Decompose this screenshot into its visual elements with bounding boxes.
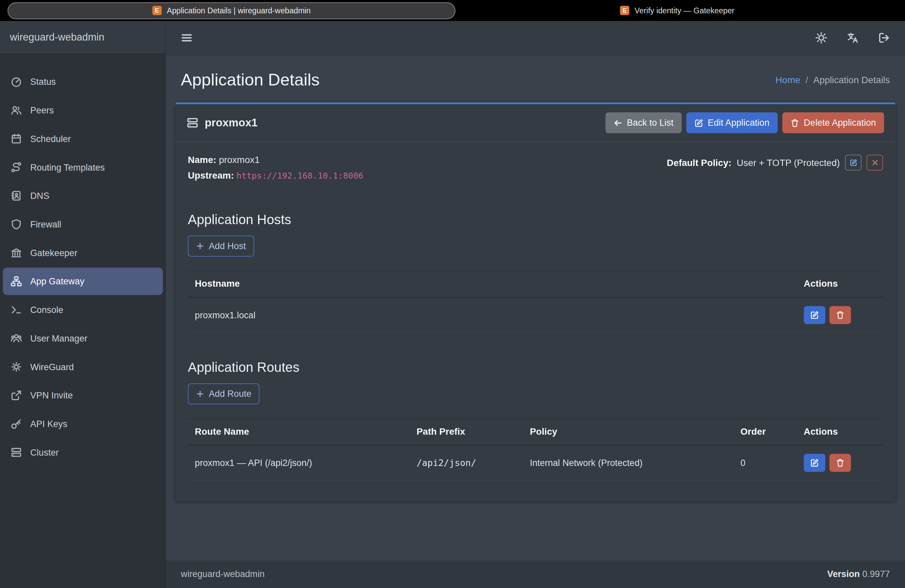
footer-brand: wireguard-webadmin [181,569,265,579]
breadcrumb: Home / Application Details [775,75,890,85]
edit-host-button[interactable] [803,306,825,324]
host-row: proxmox1.local [188,297,883,332]
default-policy-label: Default Policy: [667,157,732,168]
terminal-icon [10,304,22,315]
add-host-button[interactable]: Add Host [188,236,254,257]
route-prefix: /api2/json/ [410,445,523,480]
edit-route-button[interactable] [803,454,825,472]
language-button[interactable] [847,32,859,43]
sidebar-item-app-gateway[interactable]: App Gateway [3,268,163,295]
routes-section-title: Application Routes [188,359,883,375]
main-area: Application Details Home / Application D… [166,21,905,588]
sidebar-item-label: API Keys [30,419,67,429]
hosts-table: Hostname Actions proxmox1.local [188,270,883,332]
application-info: Name: proxmox1 Upstream: https://192.168… [188,155,364,186]
sidebar-item-routing-templates[interactable]: Routing Templates [3,154,163,181]
background-tab-title: Verify identity — Gatekeeper [635,6,735,14]
edit-application-button[interactable]: Edit Application [686,113,778,133]
breadcrumb-home-link[interactable]: Home [775,75,800,85]
routes-col-prefix: Path Prefix [410,419,523,445]
sidebar: wireguard-webadmin Status Peers Schedule… [0,21,166,588]
theme-toggle-button[interactable] [816,32,827,43]
screen: E Application Details | wireguard-webadm… [0,0,905,588]
logout-icon [878,32,890,43]
routes-col-actions: Actions [797,419,883,445]
page-title: Application Details [181,70,319,90]
footer-version: Version 0.9977 [827,569,890,579]
trash-icon [836,311,845,319]
plus-icon [196,390,204,398]
sidebar-item-peers[interactable]: Peers [3,97,163,124]
sidebar-item-label: Console [30,305,63,315]
card-title: proxmox1 [187,116,258,129]
footer-version-value: 0.9977 [862,569,890,579]
add-host-label: Add Host [209,241,246,251]
sidebar-item-user-manager[interactable]: User Manager [3,324,163,352]
sitemap-icon [10,276,22,287]
add-route-button[interactable]: Add Route [188,383,260,404]
sidebar-item-label: Status [30,76,56,87]
edit-policy-button[interactable] [845,155,861,170]
delete-application-button[interactable]: Delete Application [782,113,884,133]
sun-icon [816,32,827,43]
bank-icon [10,247,22,258]
route-row: proxmox1 — API (/api2/json/) /api2/json/… [188,445,883,480]
breadcrumb-separator: / [806,75,808,85]
application-name: proxmox1 [205,116,258,129]
route-order: 0 [734,445,797,480]
browser-tab-strip: E Application Details | wireguard-webadm… [0,0,905,21]
calendar-icon [10,133,22,145]
favicon-icon: E [152,6,162,15]
sidebar-item-label: Routing Templates [30,162,105,172]
edit-application-label: Edit Application [708,118,769,128]
sidebar-item-label: DNS [30,191,49,201]
browser-tab-active[interactable]: E Application Details | wireguard-webadm… [8,2,456,19]
pencil-square-icon [810,311,819,319]
page-content: Application Details Home / Application D… [166,54,905,560]
pencil-square-icon [810,459,819,467]
clear-policy-button[interactable] [867,155,883,170]
gauge-icon [10,76,22,87]
sidebar-nav: Status Peers Scheduler Routing Templates [0,54,166,480]
routes-col-policy: Policy [523,419,734,445]
sidebar-item-api-keys[interactable]: API Keys [3,410,163,437]
delete-route-button[interactable] [829,454,851,472]
breadcrumb-current: Application Details [813,75,890,85]
translate-icon [847,32,859,43]
sidebar-item-scheduler[interactable]: Scheduler [3,125,163,152]
sidebar-item-console[interactable]: Console [3,296,163,323]
sidebar-toggle-button[interactable] [181,32,192,43]
server-icon [10,447,22,458]
footer-version-label: Version [827,569,860,579]
x-icon [871,159,879,167]
sidebar-item-dns[interactable]: DNS [3,182,163,210]
back-to-list-button[interactable]: Back to List [605,113,681,133]
address-book-icon [10,190,22,201]
sidebar-item-firewall[interactable]: Firewall [3,211,163,238]
top-navbar [166,21,905,54]
hosts-section-title: Application Hosts [188,212,883,227]
sidebar-item-gatekeeper[interactable]: Gatekeeper [3,239,163,266]
logout-button[interactable] [878,32,890,43]
sidebar-item-label: VPN Invite [30,390,73,400]
browser-tab-background[interactable]: E Verify identity — Gatekeeper [620,0,734,21]
application-details-card: proxmox1 Back to List Edit Application [175,102,896,502]
routes-col-order: Order [734,419,797,445]
upstream-label: Upstream: [188,171,234,181]
sidebar-item-label: Gatekeeper [30,248,78,258]
default-policy-value: User + TOTP (Protected) [737,157,840,168]
sidebar-item-vpn-invite[interactable]: VPN Invite [3,382,163,409]
hosts-col-actions: Actions [797,271,883,297]
active-tab-title: Application Details | wireguard-webadmin [167,6,311,14]
sidebar-item-label: Peers [30,105,54,115]
sidebar-item-status[interactable]: Status [3,68,163,95]
sidebar-item-label: Scheduler [30,133,71,144]
delete-host-button[interactable] [829,306,851,324]
share-icon [10,390,22,401]
routes-table: Route Name Path Prefix Policy Order Acti… [188,418,883,481]
routes-col-name: Route Name [188,419,410,445]
sidebar-item-wireguard[interactable]: WireGuard [3,353,163,380]
route-name: proxmox1 — API (/api2/json/) [188,445,410,480]
sidebar-item-cluster[interactable]: Cluster [3,439,163,466]
sidebar-item-label: WireGuard [30,362,74,372]
